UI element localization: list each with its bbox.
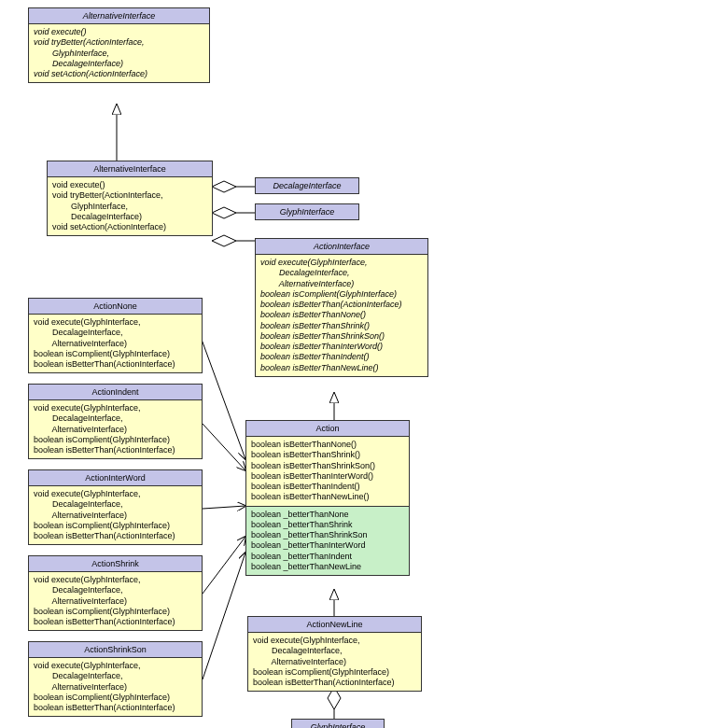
title: ActionInterface <box>256 239 427 255</box>
svg-line-9 <box>203 506 245 509</box>
class-action-interface: ActionInterface void execute(GlyphInterf… <box>255 238 428 377</box>
title: ActionNone <box>29 299 202 315</box>
title: ActionNewLine <box>248 617 421 633</box>
title: ActionIndent <box>29 385 202 400</box>
class-glyph-interface-2: GlyphInterface <box>291 719 385 728</box>
svg-line-10 <box>203 537 245 594</box>
class-action-shrink: ActionShrink void execute(GlyphInterface… <box>28 555 203 631</box>
class-action-none: ActionNone void execute(GlyphInterface, … <box>28 298 203 373</box>
class-decalage-interface: DecalageInterface <box>255 177 359 194</box>
methods: void execute(GlyphInterface, DecalageInt… <box>256 255 427 376</box>
methods: void execute(GlyphInterface, DecalageInt… <box>29 486 202 544</box>
class-alternative-interface-top: AlternativeInterface void execute() void… <box>28 7 210 83</box>
svg-line-8 <box>203 424 245 470</box>
methods: void execute() void tryBetter(ActionInte… <box>48 177 212 235</box>
methods: boolean isBetterThanNone() boolean isBet… <box>246 437 409 506</box>
class-glyph-interface-1: GlyphInterface <box>255 203 359 220</box>
class-action: Action boolean isBetterThanNone() boolea… <box>245 420 410 576</box>
title: ActionInterWord <box>29 470 202 486</box>
fields: boolean _betterThanNone boolean _betterT… <box>246 506 409 576</box>
methods: void execute(GlyphInterface, DecalageInt… <box>29 400 202 458</box>
class-alternative-interface-mid: AlternativeInterface void execute() void… <box>47 161 213 236</box>
title: AlternativeInterface <box>29 8 209 24</box>
class-action-interword: ActionInterWord void execute(GlyphInterf… <box>28 469 203 545</box>
methods: void execute(GlyphInterface, DecalageInt… <box>29 658 202 716</box>
methods: void execute(GlyphInterface, DecalageInt… <box>29 315 202 372</box>
methods: void execute() void tryBetter(ActionInte… <box>29 24 209 82</box>
methods: void execute(GlyphInterface, DecalageInt… <box>29 572 202 630</box>
methods: void execute(GlyphInterface, DecalageInt… <box>248 633 421 691</box>
class-action-newline: ActionNewLine void execute(GlyphInterfac… <box>247 616 422 692</box>
title: AlternativeInterface <box>48 161 212 177</box>
title: Action <box>246 421 409 437</box>
title: ActionShrink <box>29 556 202 572</box>
svg-line-11 <box>203 553 245 679</box>
svg-line-7 <box>201 337 245 459</box>
title: ActionShrinkSon <box>29 642 202 658</box>
class-action-shrinkson: ActionShrinkSon void execute(GlyphInterf… <box>28 641 203 717</box>
class-action-indent: ActionIndent void execute(GlyphInterface… <box>28 384 203 459</box>
